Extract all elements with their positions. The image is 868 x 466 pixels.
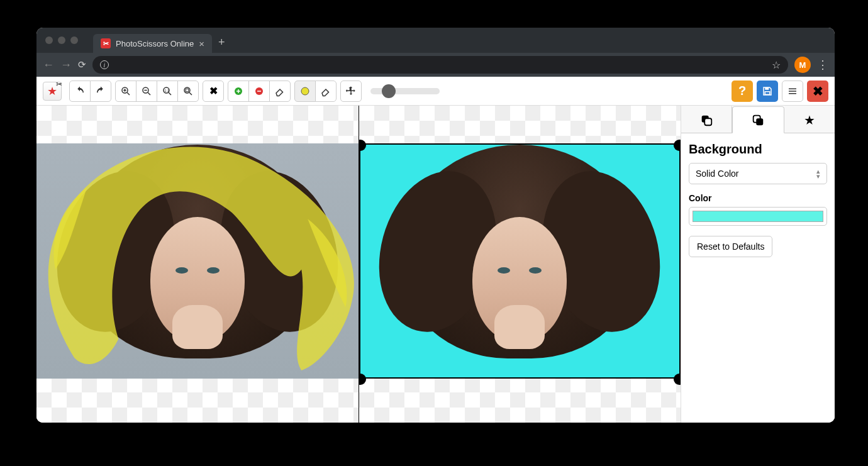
foreground-marker-button[interactable] — [228, 80, 249, 102]
background-mode-select[interactable]: Solid Color ▴▾ — [689, 163, 827, 184]
hair-marker-overlay — [36, 143, 358, 379]
svg-line-8 — [169, 92, 171, 95]
browser-toolbar: ← → ⟳ i ☆ M ⋮ — [36, 53, 835, 77]
original-pane[interactable] — [36, 106, 359, 423]
hair-group — [294, 80, 337, 102]
star-icon: ★ — [804, 113, 815, 128]
result-pane[interactable] — [359, 106, 682, 423]
properties-panel: ★ Background Solid Color ▴▾ Color Reset … — [681, 106, 835, 423]
help-button[interactable]: ? — [732, 80, 753, 102]
properties-body: Background Solid Color ▴▾ Color Reset to… — [681, 133, 835, 264]
select-value: Solid Color — [696, 169, 738, 179]
svg-line-5 — [148, 92, 150, 95]
color-swatch[interactable] — [693, 211, 823, 222]
svg-line-1 — [127, 92, 130, 95]
move-tool-button[interactable] — [340, 80, 362, 102]
clear-button[interactable]: ✖ — [203, 80, 224, 102]
reload-button[interactable]: ⟳ — [78, 59, 86, 70]
zoom-group: 1:1 — [115, 80, 199, 102]
hair-eraser-button[interactable] — [315, 80, 337, 102]
crop-handle-top-right[interactable] — [674, 140, 681, 151]
svg-line-11 — [189, 92, 192, 95]
profile-avatar[interactable]: M — [794, 57, 811, 73]
result-image — [359, 143, 681, 379]
zoom-in-button[interactable] — [115, 80, 136, 102]
svg-point-10 — [184, 87, 190, 93]
tab-foreground[interactable] — [681, 106, 732, 133]
brush-size-slider[interactable] — [370, 88, 440, 94]
app-logo: ★ — [43, 82, 62, 101]
window-traffic-lights[interactable] — [45, 36, 78, 44]
new-tab-button[interactable]: + — [218, 36, 225, 49]
tab-background[interactable] — [732, 106, 784, 133]
zoom-actual-button[interactable]: 1:1 — [157, 80, 178, 102]
bookmark-star-icon[interactable]: ☆ — [772, 59, 781, 71]
svg-point-18 — [301, 87, 309, 95]
panel-heading: Background — [689, 142, 827, 157]
browser-menu-icon[interactable]: ⋮ — [817, 58, 828, 72]
hair-marker-button[interactable] — [294, 80, 316, 102]
save-button[interactable] — [757, 80, 778, 102]
tab-favorites[interactable]: ★ — [784, 106, 835, 133]
undo-button[interactable] — [69, 80, 91, 102]
redo-button[interactable] — [90, 80, 111, 102]
hamburger-menu-button[interactable] — [782, 80, 803, 102]
marker-group — [228, 80, 291, 102]
color-swatch-field[interactable] — [689, 207, 827, 226]
properties-tabs: ★ — [681, 106, 835, 133]
original-image — [36, 143, 359, 379]
crop-handle-bottom-right[interactable] — [674, 374, 681, 385]
background-marker-button[interactable] — [248, 80, 270, 102]
browser-tab[interactable]: ✂ PhotoScissors Online × — [93, 34, 212, 53]
svg-rect-20 — [765, 91, 770, 94]
app-root: ★ 1:1 — [36, 77, 835, 423]
tab-title: PhotoScissors Online — [116, 39, 194, 48]
svg-rect-19 — [765, 87, 769, 90]
forward-button[interactable]: → — [60, 58, 72, 72]
svg-rect-25 — [704, 118, 711, 125]
browser-window: ✂ PhotoScissors Online × + ← → ⟳ i ☆ M ⋮… — [36, 28, 835, 423]
reset-defaults-button[interactable]: Reset to Defaults — [689, 236, 772, 257]
back-button[interactable]: ← — [43, 58, 54, 72]
site-info-icon[interactable]: i — [100, 60, 109, 69]
svg-rect-27 — [757, 118, 764, 125]
color-label: Color — [689, 193, 827, 203]
browser-tab-strip: ✂ PhotoScissors Online × + — [36, 28, 835, 53]
svg-text:1:1: 1:1 — [165, 88, 169, 92]
canvas-panes — [36, 106, 681, 423]
eraser-marker-button[interactable] — [269, 80, 291, 102]
close-app-button[interactable]: ✖ — [807, 80, 828, 102]
chevron-updown-icon: ▴▾ — [816, 169, 820, 179]
zoom-out-button[interactable] — [136, 80, 157, 102]
app-toolbar: ★ 1:1 — [36, 77, 835, 106]
slider-thumb[interactable] — [382, 84, 396, 98]
undo-redo-group — [69, 80, 111, 102]
favicon: ✂ — [101, 38, 111, 48]
svg-rect-12 — [186, 89, 189, 92]
workspace: ★ Background Solid Color ▴▾ Color Reset … — [36, 106, 835, 423]
tab-close-icon[interactable]: × — [199, 39, 204, 48]
zoom-fit-button[interactable] — [177, 80, 199, 102]
address-bar[interactable]: i ☆ — [92, 56, 788, 74]
